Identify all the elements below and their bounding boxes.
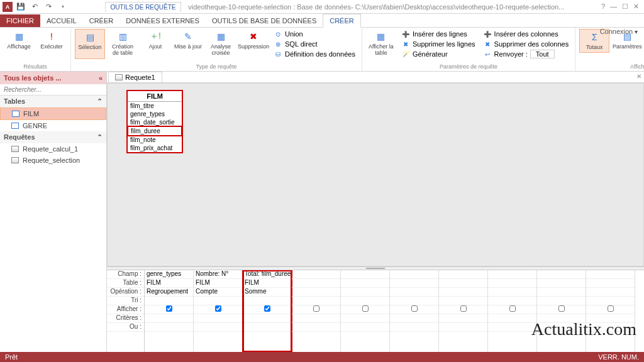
tab-home[interactable]: ACCUEIL [40,14,83,27]
search-input[interactable] [0,84,106,96]
insert-cols-button[interactable]: ➕Insérer des colonnes [480,29,572,39]
return-rows-button[interactable]: ↩Renvoyer : Tout [480,49,572,59]
restore-icon[interactable]: ☐ [622,3,628,11]
cell-tri[interactable] [341,297,389,305]
cell-afficher[interactable] [537,305,586,314]
cell-operation[interactable]: Compte [194,288,242,297]
cell-criteres[interactable] [243,314,291,323]
cell-table[interactable]: FILM [243,279,291,288]
show-checkbox[interactable] [608,305,614,312]
grid-column[interactable] [292,270,341,352]
close-icon[interactable]: ✕ [633,3,639,11]
cell-afficher[interactable] [145,305,193,314]
cell-table[interactable] [390,279,438,288]
chevron-left-icon[interactable]: « [99,74,103,82]
cell-ou[interactable] [194,323,242,332]
tab-file[interactable]: FICHIER [0,14,40,27]
cell-table[interactable] [439,279,487,288]
delete-query-button[interactable]: ✖Suppression [238,29,269,59]
cell-tri[interactable] [390,297,438,305]
cell-criteres[interactable] [439,314,487,323]
tab-external-data[interactable]: DONNÉES EXTERNES [119,14,206,27]
show-checkbox[interactable] [166,305,172,312]
grid-column[interactable] [390,270,439,352]
sign-in-link[interactable]: Connexion ▾ [600,28,638,35]
update-button[interactable]: ✎Mise à jour [173,29,203,59]
cell-criteres[interactable] [390,314,438,323]
cell-table[interactable] [341,279,389,288]
cell-operation[interactable] [537,288,586,297]
grid-column[interactable] [586,270,635,352]
nav-header[interactable]: Tous les objets ...« [0,72,106,84]
cell-ou[interactable] [145,323,193,332]
field-film_date_sortie[interactable]: film_date_sortie [128,118,182,126]
nav-item-query1[interactable]: Requete_calcul_1 [0,143,106,155]
save-icon[interactable]: 💾 [15,1,26,13]
make-table-button[interactable]: ▥Création de table [108,29,138,59]
cell-table[interactable] [292,279,340,288]
cell-tri[interactable] [292,297,340,305]
document-tab[interactable]: Requete1 [108,72,162,82]
cell-champ[interactable] [341,270,389,279]
nav-section-queries[interactable]: Requêtes⌃ [0,131,106,143]
show-checkbox[interactable] [362,305,369,312]
cell-ou[interactable] [292,323,340,332]
cell-ou[interactable] [488,323,536,332]
grid-column[interactable] [537,270,586,352]
cell-champ[interactable] [488,270,536,279]
help-icon[interactable]: ? [601,3,605,11]
cell-criteres[interactable] [341,314,389,323]
cell-criteres[interactable] [145,314,193,323]
cell-tri[interactable] [194,297,242,305]
cell-tri[interactable] [537,297,586,305]
redo-icon[interactable]: ↷ [43,1,54,13]
cell-operation[interactable] [292,288,340,297]
grid-column[interactable] [488,270,537,352]
tab-database-tools[interactable]: OUTILS DE BASE DE DONNÉES [206,14,323,27]
delete-rows-button[interactable]: ✖Supprimer les lignes [399,39,478,49]
passthrough-button[interactable]: ⊕SQL direct [271,39,358,49]
field-film_prix_achat[interactable]: film_prix_achat [128,144,182,152]
cell-tri[interactable] [488,297,536,305]
show-checkbox[interactable] [411,305,418,312]
cell-afficher[interactable] [341,305,389,314]
builder-button[interactable]: 🪄Générateur [399,49,478,59]
cell-afficher[interactable] [243,305,291,314]
cell-tri[interactable] [439,297,487,305]
field-genre_types[interactable]: genre_types [128,110,182,118]
close-tab-icon[interactable]: ✕ [636,73,641,80]
nav-item-genre[interactable]: GENRE [0,120,106,131]
cell-ou[interactable] [243,323,291,332]
view-button[interactable]: ▦Affichage [4,29,34,52]
cell-afficher[interactable] [439,305,487,314]
cell-operation[interactable] [439,288,487,297]
show-checkbox[interactable] [264,305,270,312]
cell-tri[interactable] [243,297,291,305]
cell-table[interactable]: FILM [145,279,193,288]
cell-champ[interactable]: genre_types [145,270,193,279]
design-canvas[interactable]: FILM film_titregenre_typesfilm_date_sort… [107,83,644,266]
cell-champ[interactable] [439,270,487,279]
show-table-button[interactable]: ▦Afficher la table [366,29,396,59]
cell-champ[interactable] [292,270,340,279]
cell-criteres[interactable] [292,314,340,323]
cell-criteres[interactable] [194,314,242,323]
tab-query-design[interactable]: CRÉER [323,14,361,28]
table-box-film[interactable]: FILM film_titregenre_typesfilm_date_sort… [126,90,183,153]
undo-icon[interactable]: ↶ [29,1,40,13]
field-film_titre[interactable]: film_titre [128,102,182,110]
qat-more-icon[interactable] [57,1,68,13]
nav-item-query2[interactable]: Requete_selection [0,155,106,166]
cell-operation[interactable] [341,288,389,297]
field-film_note[interactable]: film_note [128,136,182,144]
return-rows-value[interactable]: Tout [530,50,555,58]
cell-table[interactable] [537,279,586,288]
minimize-icon[interactable]: — [610,3,617,11]
show-checkbox[interactable] [509,305,516,312]
cell-champ[interactable] [390,270,438,279]
data-definition-button[interactable]: ⛁Définition des données [271,49,358,59]
cell-operation[interactable] [488,288,536,297]
nav-section-tables[interactable]: Tables⌃ [0,96,106,107]
cell-champ[interactable] [586,270,635,279]
cell-champ[interactable] [537,270,586,279]
